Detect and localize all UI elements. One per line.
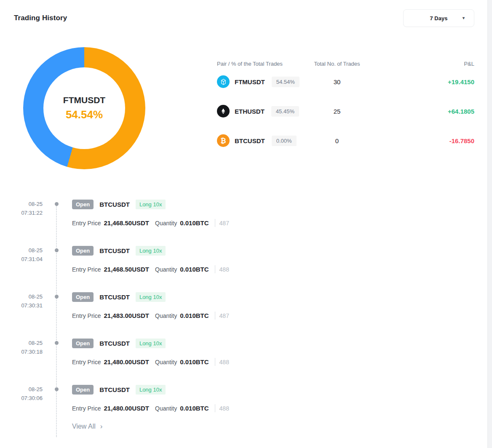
entry-date: 08-25 (14, 246, 43, 255)
pair-name: FTMUSDT (235, 78, 265, 85)
table-row: FTMUSDT 54.54% 30 +19.4150 (217, 67, 474, 96)
quantity-label: Quantity (155, 312, 177, 319)
quantity-label: Quantity (155, 405, 177, 412)
pair-cell: FTMUSDT 54.54% (217, 75, 301, 88)
entry-pair: BTCUSDT (99, 340, 130, 347)
entry-pair: BTCUSDT (99, 247, 130, 254)
pair-percent-badge: 54.54% (272, 77, 299, 87)
ftm-icon (217, 75, 230, 88)
divider (215, 219, 215, 227)
pnl-value: +19.4150 (373, 78, 474, 85)
entry-datetime: 08-25 07:31:22 (14, 199, 43, 245)
btc-glyph: ₿ (220, 137, 226, 145)
status-badge: Open (72, 292, 94, 302)
pnl-value: +64.1805 (373, 108, 474, 115)
entry-time: 07:31:04 (14, 255, 43, 264)
timeline-gutter (43, 199, 72, 245)
table-row: ₿ BTCUSDT 0.00% 0 -16.7850 (217, 126, 474, 155)
quantity-value: 0.010BTC (180, 358, 209, 365)
pair-percent-badge: 0.00% (272, 136, 297, 146)
trades-count: 0 (301, 137, 373, 144)
entry-price-value: 21,480.00USDT (104, 358, 149, 365)
entry-price-label: Entry Price (72, 405, 101, 412)
divider (215, 265, 215, 273)
entry-date: 08-25 (14, 385, 43, 394)
entry-time: 07:30:06 (14, 394, 43, 403)
pnl-value: -16.7850 (373, 137, 474, 144)
trade-timeline: 08-25 07:31:22 Open BTCUSDT Long 10x Ent… (14, 199, 474, 431)
timeline-dot-icon (55, 248, 59, 252)
donut-center: FTMUSDT 54.54% (43, 67, 125, 149)
timeline-entry: 08-25 07:30:06 Open BTCUSDT Long 10x Ent… (14, 384, 474, 412)
timeline-gutter (43, 291, 72, 338)
pair-name: BTCUSDT (235, 137, 265, 144)
order-number: 488 (219, 266, 229, 273)
order-number: 487 (219, 312, 229, 319)
entry-pair: BTCUSDT (99, 386, 130, 393)
pairs-table: Pair / % of the Total Trades Total No. o… (217, 61, 474, 169)
side-leverage-badge: Long 10x (136, 385, 166, 395)
status-badge: Open (72, 385, 94, 395)
quantity-value: 0.010BTC (180, 266, 209, 273)
entry-price-label: Entry Price (72, 312, 101, 319)
col-header-trades: Total No. of Trades (301, 61, 373, 67)
entry-date: 08-25 (14, 200, 43, 208)
entry-content: Open BTCUSDT Long 10x Entry Price 21,468… (72, 199, 474, 245)
entry-price-label: Entry Price (72, 266, 101, 273)
pair-cell: ₿ BTCUSDT 0.00% (217, 134, 301, 147)
entry-datetime: 08-25 07:30:18 (14, 338, 43, 384)
entry-price-value: 21,480.00USDT (104, 405, 149, 412)
trades-donut-chart: FTMUSDT 54.54% (23, 47, 145, 169)
entry-content: Open BTCUSDT Long 10x Entry Price 21,480… (72, 338, 474, 384)
period-dropdown[interactable]: 7 Days ▾ (403, 9, 474, 27)
timeline-dot-icon (55, 341, 59, 345)
divider (215, 358, 215, 366)
entry-content: Open BTCUSDT Long 10x Entry Price 21,483… (72, 291, 474, 338)
entry-price-label: Entry Price (72, 220, 101, 227)
quantity-label: Quantity (155, 359, 177, 365)
entry-content: Open BTCUSDT Long 10x Entry Price 21,480… (72, 384, 474, 412)
quantity-value: 0.010BTC (180, 219, 209, 227)
order-number: 488 (219, 405, 229, 412)
timeline-gutter (43, 245, 72, 291)
quantity-value: 0.010BTC (180, 405, 209, 412)
col-header-pnl: P&L (373, 61, 474, 67)
entry-price-value: 21,468.50USDT (104, 219, 149, 227)
timeline-entry: 08-25 07:31:04 Open BTCUSDT Long 10x Ent… (14, 245, 474, 291)
timeline-entry: 08-25 07:30:31 Open BTCUSDT Long 10x Ent… (14, 291, 474, 338)
timeline-dot-icon (55, 202, 59, 206)
entry-datetime: 08-25 07:30:31 (14, 291, 43, 338)
timeline-gutter (43, 338, 72, 384)
timeline-entry: 08-25 07:31:22 Open BTCUSDT Long 10x Ent… (14, 199, 474, 245)
timeline-dot-icon (55, 387, 59, 391)
pair-name: ETHUSDT (235, 108, 265, 115)
side-leverage-badge: Long 10x (136, 292, 166, 302)
view-all-link[interactable]: View All › (72, 422, 102, 431)
chevron-down-icon: ▾ (463, 16, 465, 20)
donut-center-pair: FTMUSDT (63, 95, 105, 105)
pairs-table-header: Pair / % of the Total Trades Total No. o… (217, 61, 474, 67)
timeline-dot-icon (55, 295, 59, 299)
trades-count: 25 (301, 108, 373, 115)
entry-time: 07:30:18 (14, 347, 43, 356)
timeline-entry: 08-25 07:30:18 Open BTCUSDT Long 10x Ent… (14, 338, 474, 384)
quantity-label: Quantity (155, 220, 177, 227)
entry-price-value: 21,468.50USDT (104, 266, 149, 273)
donut-center-percent: 54.54% (66, 108, 103, 121)
entry-content: Open BTCUSDT Long 10x Entry Price 21,468… (72, 245, 474, 291)
entry-price-value: 21,483.00USDT (104, 312, 149, 319)
entry-pair: BTCUSDT (99, 201, 130, 208)
entry-pair: BTCUSDT (99, 293, 130, 301)
divider (215, 312, 215, 320)
quantity-value: 0.010BTC (180, 312, 209, 319)
entry-time: 07:30:31 (14, 301, 43, 310)
period-dropdown-value: 7 Days (430, 15, 448, 21)
side-leverage-badge: Long 10x (136, 246, 166, 256)
view-all-label: View All (72, 423, 96, 430)
vertical-scrollbar[interactable] (487, 0, 492, 448)
status-badge: Open (72, 246, 94, 256)
pair-cell: ETHUSDT 45.45% (217, 105, 301, 117)
status-badge: Open (72, 200, 94, 209)
trading-history-panel: Trading History 7 Days ▾ FTMUSDT 54.54% … (0, 0, 492, 431)
side-leverage-badge: Long 10x (136, 339, 166, 348)
